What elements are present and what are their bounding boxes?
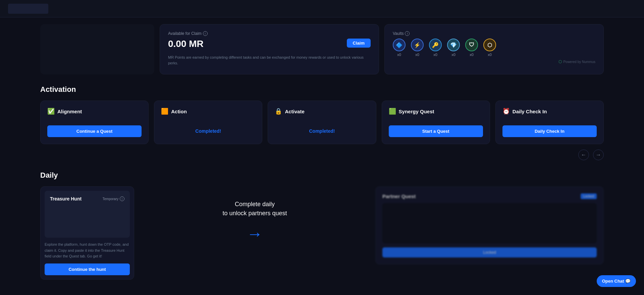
synergy-title: 🟩 Synergy Quest — [389, 108, 434, 115]
vaults-card: Vaults i 🔷 x0 ⚡ x0 🔑 x0 — [384, 24, 604, 74]
vault-count-2: x0 — [415, 53, 419, 57]
action-icon: 🟧 — [161, 108, 168, 115]
vault-circle-1: 🔷 — [393, 39, 406, 51]
partner-quest-card: Partner Quest Locked Locked — [375, 186, 604, 264]
vault-circle-2: ⚡ — [411, 39, 424, 51]
daily-cards: Treasure Hunt Temporary i Explore the pl… — [40, 186, 604, 280]
act-card-daily-check-in: ⏰ Daily Check In Daily Check In — [495, 101, 604, 144]
synergy-button[interactable]: Start a Quest — [389, 125, 483, 137]
carousel-nav: ← → — [40, 150, 604, 160]
vault-count-1: x0 — [397, 53, 401, 57]
act-card-synergy: 🟩 Synergy Quest Start a Quest — [382, 101, 490, 144]
treasure-hunt-header: Treasure Hunt Temporary i — [50, 196, 124, 201]
top-right-group: Available for Claim i 0.00 MR Claim MR P… — [160, 24, 604, 74]
activate-icon: 🔒 — [275, 108, 282, 115]
mr-card-label: Available for Claim i — [168, 31, 371, 36]
treasure-hunt-body: Explore the platform, hunt down the OTP … — [41, 242, 134, 279]
vaults-info-icon: i — [405, 31, 410, 36]
action-completed: Completed! — [161, 125, 255, 137]
logo — [8, 4, 48, 14]
daily-check-in-button[interactable]: Daily Check In — [502, 125, 597, 137]
big-arrow-icon: → — [247, 225, 263, 243]
partner-quest-image — [382, 203, 597, 243]
vault-item: 🔷 x0 — [393, 39, 406, 57]
powered-by: ⬡ Powered by Nummus — [393, 59, 595, 64]
alignment-title: ✅ Alignment — [47, 108, 82, 115]
partner-quest-button[interactable]: Locked — [382, 247, 597, 257]
vault-item: 🛡 x0 — [465, 39, 478, 57]
treasure-hunt-description: Explore the platform, hunt down the OTP … — [45, 242, 130, 259]
daily-check-in-title: ⏰ Daily Check In — [502, 108, 547, 115]
top-cards-container: Available for Claim i 0.00 MR Claim MR P… — [40, 24, 604, 74]
treasure-hunt-title: Treasure Hunt — [50, 196, 82, 201]
vault-circle-4: 💎 — [447, 39, 460, 51]
vault-count-3: x0 — [433, 53, 437, 57]
temporary-badge: Temporary i — [103, 196, 124, 201]
vault-count-5: x0 — [470, 53, 474, 57]
action-title: 🟧 Action — [161, 108, 187, 115]
vault-circle-6: ⬡ — [483, 39, 496, 51]
vault-count-4: x0 — [451, 53, 455, 57]
open-chat-button[interactable]: Open Chat 💬 — [597, 275, 636, 287]
vault-item: ⬡ x0 — [483, 39, 496, 57]
activation-title: Activation — [40, 85, 604, 94]
vault-item: 🔑 x0 — [429, 39, 442, 57]
arrow-divider: Complete daily to unlock partners quest … — [141, 186, 369, 256]
vault-count-6: x0 — [488, 53, 492, 57]
activation-section: Activation ✅ Alignment Continue a Quest … — [40, 85, 604, 160]
act-card-alignment: ✅ Alignment Continue a Quest — [40, 101, 149, 144]
alignment-icon: ✅ — [47, 108, 55, 115]
continue-hunt-button[interactable]: Continue the hunt — [45, 263, 130, 275]
act-card-action: 🟧 Action Completed! — [154, 101, 262, 144]
alignment-button[interactable]: Continue a Quest — [47, 125, 142, 137]
carousel-prev[interactable]: ← — [578, 150, 589, 160]
topbar — [0, 0, 644, 17]
vault-item: ⚡ x0 — [411, 39, 424, 57]
treasure-hunt-inner: Treasure Hunt Temporary i — [45, 191, 130, 238]
vaults-icons: 🔷 x0 ⚡ x0 🔑 x0 💎 x0 — [393, 39, 595, 57]
daily-title: Daily — [40, 171, 604, 180]
activation-cards: ✅ Alignment Continue a Quest 🟧 Action Co… — [40, 101, 604, 144]
mr-amount: 0.00 MR — [168, 39, 204, 49]
daily-section: Daily Treasure Hunt Temporary i Explore … — [40, 171, 604, 280]
mr-info-icon: i — [203, 31, 208, 36]
partner-quest-header: Partner Quest Locked — [382, 193, 597, 199]
treasure-hunt-card: Treasure Hunt Temporary i Explore the pl… — [40, 186, 134, 280]
temporary-info-icon: i — [120, 196, 124, 201]
act-card-activate: 🔒 Activate Completed! — [268, 101, 376, 144]
daily-check-in-icon: ⏰ — [502, 108, 510, 115]
vault-circle-5: 🛡 — [465, 39, 478, 51]
vaults-card-label: Vaults i — [393, 31, 595, 36]
activate-title: 🔒 Activate — [275, 108, 304, 115]
mr-description: MR Points are earned by completing diffe… — [168, 55, 371, 66]
arrow-divider-text: Complete daily to unlock partners quest — [222, 200, 287, 218]
top-left-placeholder — [40, 24, 154, 74]
mr-card: Available for Claim i 0.00 MR Claim MR P… — [160, 24, 379, 74]
partner-quest-title: Partner Quest — [382, 193, 416, 199]
carousel-next[interactable]: → — [593, 150, 604, 160]
activate-completed: Completed! — [275, 125, 369, 137]
synergy-icon: 🟩 — [389, 108, 396, 115]
vault-circle-3: 🔑 — [429, 39, 442, 51]
vault-item: 💎 x0 — [447, 39, 460, 57]
claim-button[interactable]: Claim — [347, 39, 371, 48]
partner-quest-badge: Locked — [581, 193, 597, 199]
